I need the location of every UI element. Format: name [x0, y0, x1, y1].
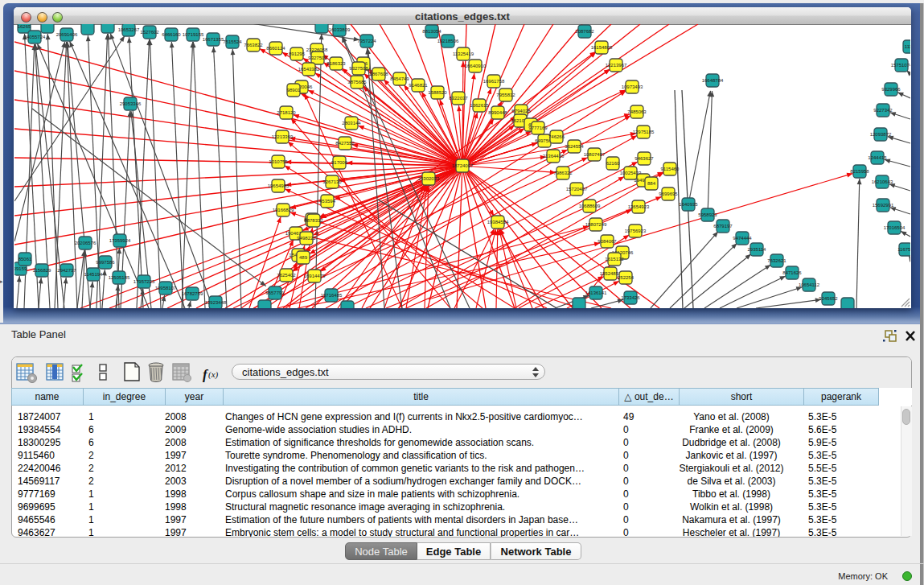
svg-text:489: 489: [299, 255, 308, 260]
svg-text:6794028: 6794028: [511, 109, 531, 113]
svg-text:8660124: 8660124: [266, 46, 285, 51]
svg-text:9777169: 9777169: [528, 126, 548, 130]
svg-text:884: 884: [647, 181, 656, 186]
svg-text:16543382: 16543382: [298, 67, 320, 72]
svg-text:20206576: 20206576: [75, 241, 97, 245]
svg-text:3624554: 3624554: [565, 144, 584, 149]
svg-text:7955812: 7955812: [496, 93, 515, 97]
svg-text:10654112: 10654112: [799, 282, 820, 287]
svg-text:16961758: 16961758: [483, 79, 505, 84]
svg-text:1112: 1112: [905, 44, 915, 49]
svg-text:24055724: 24055724: [24, 35, 46, 39]
svg-text:8878332: 8878332: [304, 218, 323, 223]
svg-text:917006: 917006: [331, 160, 348, 165]
svg-text:1145194: 1145194: [84, 272, 104, 277]
svg-text:9115460: 9115460: [661, 167, 680, 171]
svg-text:6879197: 6879197: [713, 224, 733, 229]
svg-text:85061: 85061: [18, 257, 32, 262]
svg-text:8322037: 8322037: [449, 96, 468, 101]
svg-text:1527602: 1527602: [140, 30, 159, 35]
svg-text:1733426: 1733426: [621, 295, 640, 300]
svg-text:19218506: 19218506: [437, 39, 459, 43]
svg-text:14136141: 14136141: [585, 290, 607, 295]
svg-text:2718120: 2718120: [277, 110, 296, 115]
svg-text:29053346: 29053346: [120, 101, 142, 106]
svg-text:746266: 746266: [548, 134, 565, 139]
svg-text:17957225: 17957225: [133, 279, 155, 284]
svg-text:15751074: 15751074: [891, 63, 913, 68]
svg-text:8471626: 8471626: [782, 270, 802, 275]
svg-text:12213369: 12213369: [272, 134, 294, 139]
svg-text:1244415: 1244415: [868, 155, 887, 160]
svg-text:9329966: 9329966: [881, 87, 901, 92]
svg-text:12505185: 12505185: [109, 275, 130, 280]
svg-text:16782759: 16782759: [182, 291, 203, 296]
svg-text:2867608: 2867608: [369, 72, 388, 76]
svg-text:7632621: 7632621: [767, 258, 786, 263]
svg-text:12923448: 12923448: [205, 300, 227, 305]
svg-text:25302033: 25302033: [418, 176, 440, 181]
svg-text:6466160: 6466160: [162, 32, 181, 37]
svg-text:453594: 453594: [319, 199, 336, 204]
svg-text:16210643: 16210643: [872, 179, 893, 184]
svg-text:13654923: 13654923: [628, 204, 650, 209]
svg-text:1640935: 1640935: [679, 202, 698, 207]
svg-text:19654985: 19654985: [268, 183, 290, 188]
svg-text:19384554: 19384554: [487, 220, 509, 225]
svg-text:1010755: 1010755: [269, 159, 288, 164]
svg-text:2803144: 2803144: [342, 121, 361, 126]
svg-text:9245652: 9245652: [819, 296, 838, 301]
svg-text:7515524: 7515524: [223, 39, 242, 44]
svg-text:10807487: 10807487: [584, 152, 606, 157]
svg-text:12093872: 12093872: [870, 132, 892, 137]
svg-text:12975185: 12975185: [633, 130, 655, 134]
svg-text:8454749: 8454749: [390, 76, 409, 81]
svg-text:10958107: 10958107: [155, 286, 177, 290]
svg-text:18807249: 18807249: [585, 222, 607, 227]
svg-text:9463627: 9463627: [634, 156, 654, 161]
svg-text:9227342: 9227342: [873, 108, 893, 113]
svg-text:10973493: 10973493: [622, 84, 643, 89]
svg-text:252254: 252254: [618, 275, 634, 280]
svg-text:2942737: 2942737: [57, 268, 76, 273]
svg-text:16914479: 16914479: [304, 274, 326, 278]
svg-text:8186323: 8186323: [326, 61, 346, 66]
svg-text:5958923: 5958923: [698, 212, 717, 217]
svg-text:11325419: 11325419: [453, 51, 474, 56]
svg-text:19166829: 19166829: [273, 208, 294, 212]
svg-text:1588520: 1588520: [428, 90, 447, 95]
svg-text:16640910: 16640910: [465, 64, 487, 68]
svg-text:9327508: 9327508: [349, 66, 368, 71]
svg-text:15716485: 15716485: [321, 293, 343, 298]
svg-text:3875685: 3875685: [347, 80, 367, 84]
svg-text:20691406: 20691406: [56, 32, 78, 37]
svg-text:10653267: 10653267: [118, 27, 140, 32]
svg-text:7625402: 7625402: [277, 273, 296, 278]
svg-text:21364436: 21364436: [543, 154, 565, 159]
svg-text:16033809: 16033809: [329, 27, 351, 32]
svg-text:(x): (x): [208, 369, 219, 380]
svg-text:9084067: 9084067: [598, 239, 617, 244]
svg-text:7357224: 7357224: [357, 39, 376, 43]
svg-text:2087682: 2087682: [575, 29, 594, 34]
svg-text:12213967: 12213967: [606, 63, 627, 68]
svg-text:7485063: 7485063: [627, 109, 647, 114]
svg-text:9327503: 9327503: [308, 56, 327, 60]
svg-text:8427552: 8427552: [335, 141, 355, 146]
svg-text:1615132: 1615132: [605, 257, 624, 262]
svg-text:16671355: 16671355: [203, 37, 224, 42]
svg-text:891295: 891295: [289, 51, 306, 56]
svg-text:8990448: 8990448: [488, 110, 507, 115]
svg-text:10719155: 10719155: [183, 32, 204, 37]
svg-text:7663822: 7663822: [244, 43, 263, 47]
svg-text:9474444: 9474444: [733, 236, 752, 241]
svg-text:7986322: 7986322: [553, 171, 573, 175]
svg-text:15720407: 15720407: [566, 187, 588, 192]
svg-text:16648784: 16648784: [702, 78, 724, 83]
svg-text:10688609: 10688609: [579, 204, 601, 208]
svg-text:17016504: 17016504: [884, 225, 906, 230]
svg-text:15692991: 15692991: [873, 203, 894, 208]
svg-text:39159: 39159: [14, 266, 27, 271]
svg-text:8215958: 8215958: [850, 169, 869, 174]
svg-text:9498222: 9498222: [297, 236, 316, 241]
